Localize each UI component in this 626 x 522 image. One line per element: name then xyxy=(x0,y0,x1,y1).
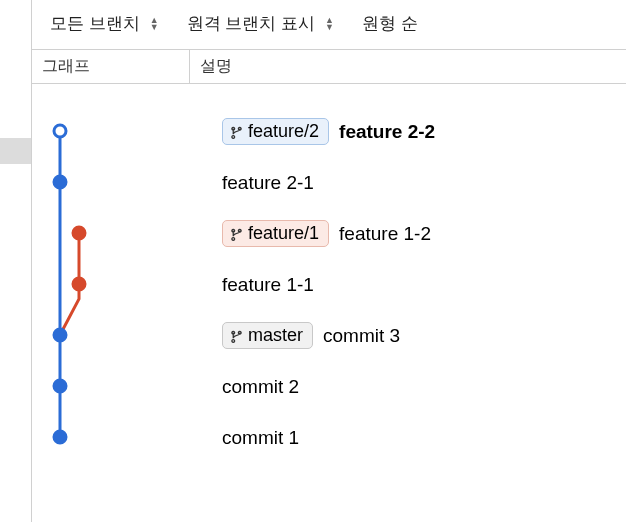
commit-row[interactable]: mastercommit 3 xyxy=(222,310,626,361)
sidebar-selection-highlight xyxy=(0,138,31,164)
left-sidebar-strip xyxy=(0,0,32,522)
commit-message: commit 1 xyxy=(222,427,299,449)
branch-tag-label: master xyxy=(248,325,303,346)
commit-row[interactable]: feature 2-1 xyxy=(222,157,626,208)
table-headers: 그래프 설명 xyxy=(32,49,626,84)
branch-tag-label: feature/1 xyxy=(248,223,319,244)
stepper-icon: ▲▼ xyxy=(150,17,159,31)
commit-row[interactable]: feature/2feature 2-2 xyxy=(222,106,626,157)
commit-message: feature 2-2 xyxy=(339,121,435,143)
header-desc[interactable]: 설명 xyxy=(190,50,626,83)
commit-row[interactable]: commit 2 xyxy=(222,361,626,412)
description-column: feature/2feature 2-2feature 2-1feature/1… xyxy=(222,84,626,522)
branch-filter-label: 모든 브랜치 xyxy=(50,12,140,35)
svg-point-2 xyxy=(54,125,66,137)
svg-point-4 xyxy=(54,329,66,341)
branch-tag[interactable]: feature/2 xyxy=(222,118,329,145)
branch-tag-label: feature/2 xyxy=(248,121,319,142)
commit-row[interactable]: feature/1feature 1-2 xyxy=(222,208,626,259)
stepper-icon: ▲▼ xyxy=(325,17,334,31)
branch-tag[interactable]: master xyxy=(222,322,313,349)
order-dropdown[interactable]: 원형 순 xyxy=(352,10,428,37)
commit-message: feature 1-2 xyxy=(339,223,431,245)
svg-point-7 xyxy=(73,227,85,239)
svg-point-3 xyxy=(54,176,66,188)
remote-branch-label: 원격 브랜치 표시 xyxy=(187,12,315,35)
commit-graph xyxy=(32,84,222,504)
graph-column xyxy=(32,84,222,522)
svg-point-8 xyxy=(73,278,85,290)
commit-message: commit 3 xyxy=(323,325,400,347)
remote-branch-dropdown[interactable]: 원격 브랜치 표시 ▲▼ xyxy=(177,10,344,37)
branch-filter-dropdown[interactable]: 모든 브랜치 ▲▼ xyxy=(40,10,169,37)
order-label: 원형 순 xyxy=(362,12,418,35)
toolbar: 모든 브랜치 ▲▼ 원격 브랜치 표시 ▲▼ 원형 순 xyxy=(32,0,626,49)
commit-row[interactable]: feature 1-1 xyxy=(222,259,626,310)
svg-point-5 xyxy=(54,380,66,392)
commit-row[interactable]: commit 1 xyxy=(222,412,626,463)
commit-message: commit 2 xyxy=(222,376,299,398)
header-graph[interactable]: 그래프 xyxy=(32,50,190,83)
commit-message: feature 2-1 xyxy=(222,172,314,194)
branch-tag[interactable]: feature/1 xyxy=(222,220,329,247)
commit-list: feature/2feature 2-2feature 2-1feature/1… xyxy=(32,84,626,522)
svg-point-6 xyxy=(54,431,66,443)
commit-message: feature 1-1 xyxy=(222,274,314,296)
